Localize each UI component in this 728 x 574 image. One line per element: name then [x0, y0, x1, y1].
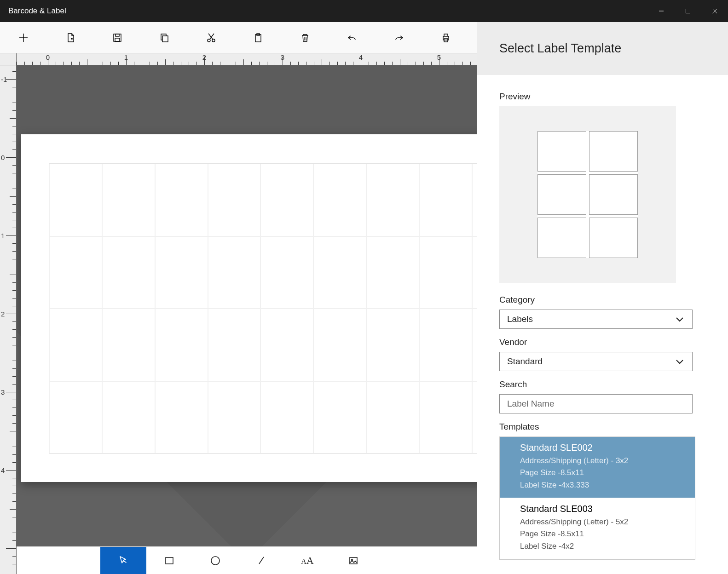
undo-button[interactable]: [329, 22, 376, 53]
open-button[interactable]: [47, 22, 94, 53]
vertical-ruler: -101234: [0, 65, 17, 574]
copy-icon: [159, 32, 170, 43]
ruler-number: 1: [1, 232, 5, 240]
svg-rect-9: [162, 36, 168, 42]
category-value: Labels: [507, 314, 533, 324]
title-bar: Barcode & Label: [0, 0, 728, 22]
preview-grid: [537, 131, 638, 258]
templates-label: Templates: [499, 422, 708, 432]
rectangle-icon: [163, 555, 175, 567]
search-label: Search: [499, 379, 708, 390]
line-icon: [255, 555, 267, 567]
save-icon: [112, 32, 123, 43]
svg-rect-1: [686, 9, 690, 13]
tool-bar: AA: [0, 546, 477, 574]
print-button[interactable]: [422, 22, 469, 53]
chevron-down-icon: [675, 314, 685, 324]
workspace: 012345 -101234: [0, 53, 477, 574]
main-toolbar: [0, 22, 477, 53]
horizontal-ruler: 012345: [17, 53, 477, 65]
label-paper[interactable]: [21, 134, 477, 482]
text-tool[interactable]: AA: [284, 547, 330, 574]
ruler-number: 4: [1, 466, 5, 474]
copy-button[interactable]: [141, 22, 188, 53]
window-controls: [648, 0, 728, 22]
minimize-button[interactable]: [648, 0, 675, 22]
template-page: Page Size -8.5x11: [520, 467, 685, 479]
template-name: Standard SLE003: [520, 504, 685, 514]
vendor-select[interactable]: Standard: [499, 352, 693, 371]
open-icon: [65, 32, 76, 43]
ellipse-icon: [209, 555, 221, 567]
search-input[interactable]: [507, 399, 685, 409]
image-icon: [347, 555, 359, 567]
panel-title: Select Label Template: [477, 22, 728, 75]
category-label: Category: [499, 295, 708, 305]
template-desc: Address/Shipping (Letter) - 3x2: [520, 455, 685, 467]
text-icon: AA: [301, 555, 313, 567]
side-panel: Select Label Template Preview Category L…: [477, 22, 728, 574]
undo-icon: [347, 32, 358, 43]
svg-point-11: [212, 39, 215, 42]
svg-line-22: [259, 557, 264, 564]
template-name: Standard SLE002: [520, 442, 685, 453]
new-button[interactable]: [0, 22, 47, 53]
image-tool[interactable]: [330, 547, 376, 574]
plus-icon: [18, 32, 29, 43]
paste-button[interactable]: [235, 22, 282, 53]
close-button[interactable]: [701, 0, 728, 22]
ruler-corner: [0, 53, 17, 65]
pointer-icon: [117, 555, 129, 567]
chevron-down-icon: [675, 356, 685, 367]
ruler-number: 3: [1, 388, 5, 396]
label-grid: [49, 163, 477, 454]
delete-icon: [300, 32, 311, 43]
svg-rect-23: [350, 557, 357, 564]
pointer-tool[interactable]: [100, 547, 146, 574]
svg-point-10: [208, 39, 210, 42]
svg-rect-7: [116, 34, 119, 36]
vendor-label: Vendor: [499, 337, 708, 347]
save-button[interactable]: [94, 22, 141, 53]
delete-button[interactable]: [282, 22, 329, 53]
print-icon: [440, 32, 451, 43]
template-page: Page Size -8.5x11: [520, 528, 685, 540]
ruler-number: 0: [1, 154, 5, 161]
svg-rect-8: [115, 38, 120, 41]
svg-rect-20: [166, 557, 173, 564]
ruler-number: 2: [1, 310, 5, 318]
templates-list[interactable]: Standard SLE002Address/Shipping (Letter)…: [499, 436, 695, 560]
maximize-button[interactable]: [675, 0, 701, 22]
ellipse-tool[interactable]: [192, 547, 238, 574]
template-labelsize: Label Size -4x2: [520, 540, 685, 552]
cut-button[interactable]: [188, 22, 235, 53]
line-tool[interactable]: [238, 547, 284, 574]
template-desc: Address/Shipping (Letter) - 5x2: [520, 516, 685, 528]
paste-icon: [253, 32, 264, 43]
svg-point-21: [211, 557, 220, 565]
rectangle-tool[interactable]: [146, 547, 192, 574]
preview-box: [499, 106, 676, 283]
template-labelsize: Label Size -4x3.333: [520, 479, 685, 491]
search-box[interactable]: [499, 394, 693, 413]
preview-label: Preview: [499, 92, 708, 102]
redo-icon: [393, 32, 404, 43]
redo-button[interactable]: [376, 22, 422, 53]
template-item[interactable]: Standard SLE003Address/Shipping (Letter)…: [500, 498, 695, 559]
template-item[interactable]: Standard SLE002Address/Shipping (Letter)…: [500, 437, 695, 498]
window-title: Barcode & Label: [8, 6, 66, 16]
canvas-background[interactable]: [17, 65, 477, 574]
vendor-value: Standard: [507, 356, 543, 367]
cut-icon: [206, 32, 217, 43]
panel-body[interactable]: Preview Category Labels Vendor Standard …: [477, 75, 728, 574]
category-select[interactable]: Labels: [499, 310, 693, 329]
